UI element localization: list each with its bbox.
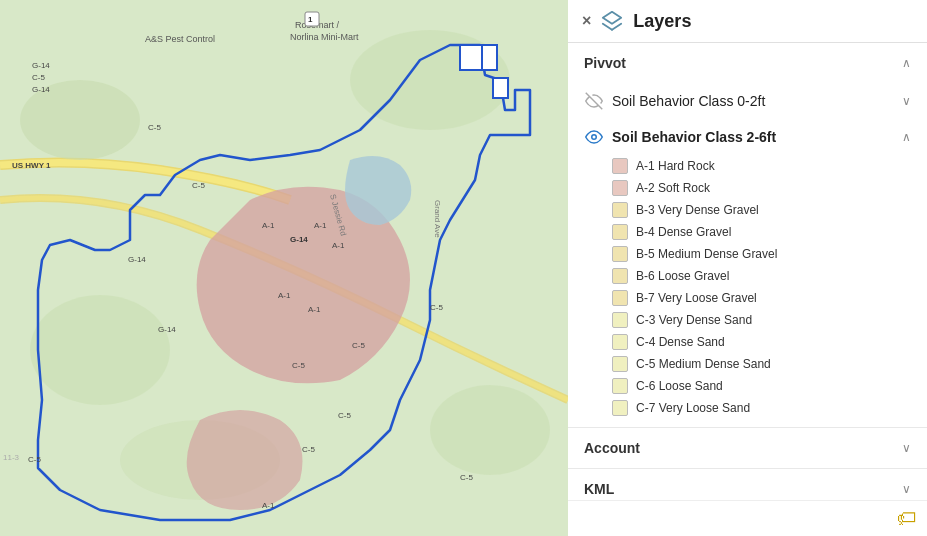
legend-item-1: A-2 Soft Rock bbox=[612, 177, 911, 199]
svg-text:A-1: A-1 bbox=[332, 241, 345, 250]
sidebar-header: × Layers bbox=[568, 0, 927, 43]
layers-icon bbox=[601, 10, 623, 32]
chevron-down-icon-kml: ∨ bbox=[902, 482, 911, 496]
section-kml: KML ∨ bbox=[568, 469, 927, 500]
legend-item-8: C-4 Dense Sand bbox=[612, 331, 911, 353]
legend-swatch-10 bbox=[612, 378, 628, 394]
svg-text:A-1: A-1 bbox=[262, 501, 275, 510]
legend-item-10: C-6 Loose Sand bbox=[612, 375, 911, 397]
svg-text:A-1: A-1 bbox=[278, 291, 291, 300]
visibility-on-icon[interactable] bbox=[584, 127, 604, 147]
legend-label-6: B-7 Very Loose Gravel bbox=[636, 291, 757, 305]
layer-soil-2-6-name: Soil Behavior Class 2-6ft bbox=[612, 129, 894, 145]
section-pivvot-label: Pivvot bbox=[584, 55, 626, 71]
section-account-label: Account bbox=[584, 440, 640, 456]
svg-text:A-1: A-1 bbox=[314, 221, 327, 230]
legend-item-6: B-7 Very Loose Gravel bbox=[612, 287, 911, 309]
legend-label-1: A-2 Soft Rock bbox=[636, 181, 710, 195]
legend-swatch-11 bbox=[612, 400, 628, 416]
legend-swatch-9 bbox=[612, 356, 628, 372]
legend-item-9: C-5 Medium Dense Sand bbox=[612, 353, 911, 375]
svg-text:C-5: C-5 bbox=[352, 341, 365, 350]
svg-line-42 bbox=[603, 24, 612, 30]
chevron-up-icon-2: ∧ bbox=[902, 130, 911, 144]
layer-soil-0-2[interactable]: Soil Behavior Class 0-2ft ∨ bbox=[568, 83, 927, 119]
visibility-off-icon[interactable] bbox=[584, 91, 604, 111]
legend-label-8: C-4 Dense Sand bbox=[636, 335, 725, 349]
close-button[interactable]: × bbox=[582, 13, 591, 29]
svg-text:C-5: C-5 bbox=[430, 303, 443, 312]
svg-text:G-14: G-14 bbox=[32, 61, 50, 70]
legend-swatch-4 bbox=[612, 246, 628, 262]
svg-point-45 bbox=[592, 135, 597, 140]
legend-swatch-3 bbox=[612, 224, 628, 240]
svg-text:C-5: C-5 bbox=[292, 361, 305, 370]
svg-text:US HWY 1: US HWY 1 bbox=[12, 161, 51, 170]
sidebar-title: Layers bbox=[633, 11, 913, 32]
section-account-header[interactable]: Account ∨ bbox=[568, 428, 927, 468]
section-pivvot-header[interactable]: Pivvot ∧ bbox=[568, 43, 927, 83]
svg-rect-7 bbox=[482, 45, 497, 70]
legend-swatch-6 bbox=[612, 290, 628, 306]
t-icon: 🏷 bbox=[897, 507, 917, 530]
svg-text:C-5: C-5 bbox=[302, 445, 315, 454]
legend-label-11: C-7 Very Loose Sand bbox=[636, 401, 750, 415]
svg-text:A-1: A-1 bbox=[262, 221, 275, 230]
svg-text:A-1: A-1 bbox=[308, 305, 321, 314]
legend-swatch-5 bbox=[612, 268, 628, 284]
legend-item-5: B-6 Loose Gravel bbox=[612, 265, 911, 287]
section-kml-header[interactable]: KML ∨ bbox=[568, 469, 927, 500]
legend-label-10: C-6 Loose Sand bbox=[636, 379, 723, 393]
layer-soil-0-2-name: Soil Behavior Class 0-2ft bbox=[612, 93, 894, 109]
svg-point-4 bbox=[430, 385, 550, 475]
svg-text:G-14: G-14 bbox=[290, 235, 308, 244]
legend-label-7: C-3 Very Dense Sand bbox=[636, 313, 752, 327]
svg-text:G-14: G-14 bbox=[158, 325, 176, 334]
legend-swatch-7 bbox=[612, 312, 628, 328]
legend-item-0: A-1 Hard Rock bbox=[612, 155, 911, 177]
svg-text:C-5: C-5 bbox=[192, 181, 205, 190]
legend-list: A-1 Hard Rock A-2 Soft Rock B-3 Very Den… bbox=[568, 155, 927, 427]
legend-swatch-8 bbox=[612, 334, 628, 350]
svg-marker-41 bbox=[603, 12, 621, 24]
legend-label-4: B-5 Medium Dense Gravel bbox=[636, 247, 777, 261]
svg-text:11-3: 11-3 bbox=[3, 453, 20, 462]
sidebar-content[interactable]: Pivvot ∧ Soil Behavior Class 0-2ft ∨ bbox=[568, 43, 927, 500]
svg-text:C-5: C-5 bbox=[460, 473, 473, 482]
svg-text:A&S Pest Control: A&S Pest Control bbox=[145, 34, 215, 44]
layer-soil-2-6[interactable]: Soil Behavior Class 2-6ft ∧ bbox=[568, 119, 927, 155]
svg-text:1: 1 bbox=[308, 15, 313, 24]
legend-item-11: C-7 Very Loose Sand bbox=[612, 397, 911, 419]
svg-text:Norlina Mini-Mart: Norlina Mini-Mart bbox=[290, 32, 359, 42]
legend-item-4: B-5 Medium Dense Gravel bbox=[612, 243, 911, 265]
chevron-up-icon: ∧ bbox=[902, 56, 911, 70]
legend-label-3: B-4 Dense Gravel bbox=[636, 225, 731, 239]
svg-text:C-5: C-5 bbox=[32, 73, 45, 82]
svg-text:G-14: G-14 bbox=[128, 255, 146, 264]
legend-label-0: A-1 Hard Rock bbox=[636, 159, 715, 173]
legend-item-7: C-3 Very Dense Sand bbox=[612, 309, 911, 331]
section-pivvot: Pivvot ∧ Soil Behavior Class 0-2ft ∨ bbox=[568, 43, 927, 428]
legend-item-3: B-4 Dense Gravel bbox=[612, 221, 911, 243]
section-account: Account ∨ bbox=[568, 428, 927, 469]
legend-swatch-1 bbox=[612, 180, 628, 196]
svg-text:Grand Ave: Grand Ave bbox=[433, 200, 442, 238]
svg-text:C-5: C-5 bbox=[338, 411, 351, 420]
section-kml-label: KML bbox=[584, 481, 614, 497]
svg-text:C-5: C-5 bbox=[28, 455, 41, 464]
svg-text:C-5: C-5 bbox=[148, 123, 161, 132]
map-area[interactable]: ① 1210 A&S Pest Control Rosemart / Norli… bbox=[0, 0, 568, 536]
legend-label-9: C-5 Medium Dense Sand bbox=[636, 357, 771, 371]
legend-item-2: B-3 Very Dense Gravel bbox=[612, 199, 911, 221]
sidebar-footer: 🏷 bbox=[568, 500, 927, 536]
svg-point-3 bbox=[30, 295, 170, 405]
sidebar: × Layers Pivvot ∧ bbox=[568, 0, 927, 536]
legend-label-5: B-6 Loose Gravel bbox=[636, 269, 729, 283]
legend-swatch-0 bbox=[612, 158, 628, 174]
chevron-down-icon-account: ∨ bbox=[902, 441, 911, 455]
svg-rect-8 bbox=[493, 78, 508, 98]
chevron-down-icon: ∨ bbox=[902, 94, 911, 108]
svg-line-43 bbox=[612, 24, 621, 30]
legend-label-2: B-3 Very Dense Gravel bbox=[636, 203, 759, 217]
svg-text:G-14: G-14 bbox=[32, 85, 50, 94]
